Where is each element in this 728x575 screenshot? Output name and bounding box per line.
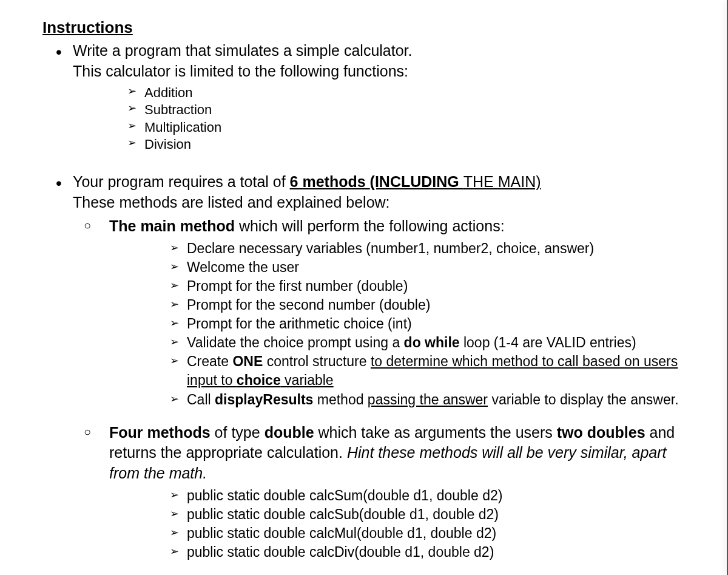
text-span: Validate the choice prompt using a xyxy=(187,335,404,350)
main-actions-list: Declare necessary variables (number1, nu… xyxy=(109,239,686,409)
action-item: Create ONE control structure to determin… xyxy=(170,352,686,390)
main-method-item: The main method which will perform the f… xyxy=(84,216,686,409)
operations-list: Addition Subtraction Multiplication Divi… xyxy=(73,84,686,154)
including-label: (INCLUDING xyxy=(370,173,463,190)
main-method-label: The main method xyxy=(109,217,235,234)
text-span: variable to display the answer. xyxy=(488,392,679,407)
two-doubles-label: two doubles xyxy=(557,424,645,441)
displayresults-label: displayResults xyxy=(215,392,313,407)
signatures-list: public static double calcSum(double d1, … xyxy=(109,486,686,562)
action-item: Prompt for the second number (double) xyxy=(170,296,686,315)
bullet-program-intro: Write a program that simulates a simple … xyxy=(73,41,686,154)
methods-sublist: The main method which will perform the f… xyxy=(73,216,686,575)
op-item: Multiplication xyxy=(127,119,686,137)
signature-item: public static double calcSub(double d1, … xyxy=(170,505,686,524)
text-line: Write a program that simulates a simple … xyxy=(73,42,413,59)
top-bullet-list: Write a program that simulates a simple … xyxy=(42,41,686,575)
underline-text: variable xyxy=(281,372,334,388)
text-span: which take as arguments the users xyxy=(314,424,557,441)
text-line: This calculator is limited to the follow… xyxy=(73,63,408,80)
action-item: Prompt for the first number (double) xyxy=(170,277,686,296)
action-item: Welcome the user xyxy=(170,258,686,277)
signature-item: public static double calcMul(double d1, … xyxy=(170,524,686,543)
op-item: Division xyxy=(127,136,686,154)
double-label: double xyxy=(265,424,314,441)
signature-item: public static double calcDiv(double d1, … xyxy=(170,543,686,562)
action-item: Prompt for the arithmetic choice (int) xyxy=(170,315,686,333)
text-span: of type xyxy=(211,424,265,441)
heading-instructions: Instructions xyxy=(42,18,686,37)
op-item: Addition xyxy=(127,84,686,102)
bullet-methods: Your program requires a total of 6 metho… xyxy=(73,172,686,575)
text-span: which will perform the following actions… xyxy=(235,217,505,234)
methods-count: 6 methods xyxy=(290,173,370,190)
four-methods-label: Four methods xyxy=(109,424,211,441)
action-item: Call displayResults method passing the a… xyxy=(170,390,686,409)
choice-label: choice xyxy=(237,372,281,388)
underline-text: passing the answer xyxy=(368,392,488,407)
text-line: These methods are listed and explained b… xyxy=(73,194,390,211)
text-span: loop (1-4 are VALID entries) xyxy=(460,335,636,350)
text-span: Call xyxy=(187,392,215,407)
one-label: ONE xyxy=(232,353,263,369)
action-item: Declare necessary variables (number1, nu… xyxy=(170,239,686,258)
dowhile-label: do while xyxy=(404,335,460,350)
signature-item: public static double calcSum(double d1, … xyxy=(170,486,686,505)
four-methods-item: Four methods of type double which take a… xyxy=(84,423,686,562)
text-span: Create xyxy=(187,353,232,369)
text-span: control structure xyxy=(263,353,371,369)
text-line: Your program requires a total of xyxy=(73,173,290,190)
themain-label: THE MAIN) xyxy=(463,173,541,190)
text-span: method xyxy=(313,392,368,407)
op-item: Subtraction xyxy=(127,101,686,119)
action-item: Validate the choice prompt using a do wh… xyxy=(170,333,686,352)
